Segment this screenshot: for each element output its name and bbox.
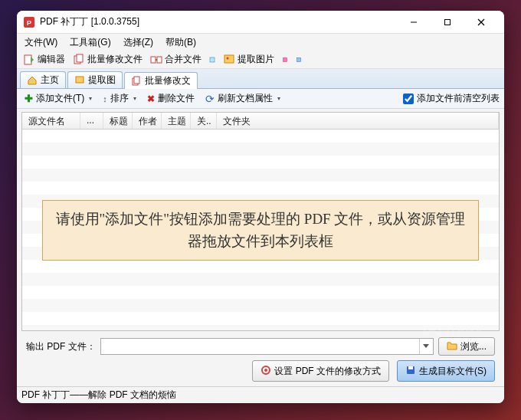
minimize-button[interactable]: [397, 11, 431, 33]
delete-files-button[interactable]: ✖ 删除文件: [144, 90, 198, 107]
svg-rect-16: [76, 77, 84, 83]
col-author[interactable]: 作者: [133, 113, 162, 129]
svg-rect-3: [445, 19, 451, 25]
settings-label: 设置 PDF 文件的修改方式: [274, 365, 381, 378]
file-listview[interactable]: 源文件名 ... 标题 作者 主题 关.. 文件夹 请使用"添加文件"按钮添加需…: [21, 112, 500, 331]
add-files-button[interactable]: ✚ 添加文件(T) ▾: [21, 90, 95, 107]
tab-home[interactable]: 主页: [20, 71, 66, 88]
svg-rect-11: [210, 57, 215, 62]
batch-icon: [73, 54, 85, 66]
app-window: P PDF 补丁丁 [1.0.0.3755] 文件(W) 工具箱(G) 选择(Z…: [17, 11, 504, 403]
status-text: PDF 补丁丁——解除 PDF 文档的烦恼: [21, 389, 176, 402]
tb-editor[interactable]: 编辑器: [20, 51, 68, 67]
svg-rect-18: [134, 77, 139, 84]
extract-img-icon: [223, 54, 235, 66]
extract-tab-icon: [74, 75, 85, 86]
tb-editor-label: 编辑器: [38, 53, 65, 66]
chevron-down-icon: ▾: [277, 95, 280, 102]
save-icon: [405, 365, 416, 378]
sort-button[interactable]: ↕ 排序 ▾: [100, 90, 139, 107]
tb-extract-img[interactable]: 提取图片: [220, 51, 277, 67]
col-filename[interactable]: 源文件名: [22, 113, 80, 129]
titlebar[interactable]: P PDF 补丁丁 [1.0.0.3755]: [17, 11, 504, 34]
tb-batch-modify[interactable]: 批量修改文件: [70, 51, 146, 67]
col-keywords[interactable]: 关..: [191, 113, 217, 129]
empty-hint: 请使用"添加文件"按钮添加需要处理的 PDF 文件，或从资源管理器拖放文件到本列…: [42, 200, 479, 261]
delete-label: 删除文件: [158, 92, 195, 105]
svg-text:P: P: [27, 19, 31, 27]
svg-point-20: [264, 369, 267, 372]
menubar: 文件(W) 工具箱(G) 选择(Z) 帮助(B): [17, 34, 504, 51]
listview-body[interactable]: 请使用"添加文件"按钮添加需要处理的 PDF 文件，或从资源管理器拖放文件到本列…: [22, 130, 499, 330]
chevron-down-icon: [423, 344, 429, 349]
x-icon: ✖: [147, 94, 155, 104]
tb-extra1[interactable]: [279, 54, 291, 66]
generate-button[interactable]: 生成目标文件(S): [397, 360, 495, 382]
tb-unknown1[interactable]: [206, 54, 218, 66]
chevron-down-icon: ▾: [133, 95, 136, 102]
refresh-label: 刷新文档属性: [218, 92, 273, 105]
listview-header: 源文件名 ... 标题 作者 主题 关.. 文件夹: [22, 113, 499, 130]
output-label: 输出 PDF 文件：: [26, 340, 96, 353]
menu-select[interactable]: 选择(Z): [119, 34, 158, 51]
window-title: PDF 补丁丁 [1.0.0.3755]: [40, 15, 397, 28]
batch-tab-icon: [131, 76, 142, 87]
home-icon: [27, 75, 38, 86]
tb-merge-label: 合并文件: [165, 53, 202, 66]
clear-list-label: 添加文件前清空列表: [417, 92, 500, 105]
clear-list-checkbox[interactable]: 添加文件前清空列表: [403, 92, 500, 105]
browse-button[interactable]: 浏览...: [438, 337, 495, 356]
tb-merge[interactable]: 合并文件: [147, 51, 205, 67]
svg-rect-6: [25, 55, 31, 64]
svg-rect-14: [283, 57, 287, 61]
refresh-icon: ⟳: [205, 93, 215, 105]
svg-rect-12: [224, 55, 234, 63]
maximize-button[interactable]: [431, 11, 464, 33]
settings-button[interactable]: 设置 PDF 文件的修改方式: [252, 360, 389, 382]
menu-file[interactable]: 文件(W): [20, 34, 62, 51]
folder-icon: [447, 341, 457, 353]
statusbar: PDF 补丁丁——解除 PDF 文档的烦恼: [17, 386, 504, 403]
plus-icon: ✚: [25, 93, 33, 104]
tab-batch-label: 批量修改文: [145, 74, 191, 87]
generate-label: 生成目标文件(S): [419, 365, 487, 378]
close-button[interactable]: [464, 11, 498, 33]
main-toolbar: 编辑器 批量修改文件 合并文件 提取图片: [17, 51, 504, 69]
content-area: 源文件名 ... 标题 作者 主题 关.. 文件夹 请使用"添加文件"按钮添加需…: [17, 109, 504, 386]
browse-label: 浏览...: [460, 340, 487, 353]
tab-extract[interactable]: 提取图: [67, 71, 123, 88]
chevron-down-icon: ▾: [89, 95, 92, 102]
svg-point-13: [227, 57, 229, 59]
col-ext[interactable]: ...: [80, 113, 103, 129]
menu-tools[interactable]: 工具箱(G): [65, 34, 115, 51]
tab-toolbar: ✚ 添加文件(T) ▾ ↕ 排序 ▾ ✖ 删除文件 ⟳ 刷新文档属性 ▾ 添加文…: [17, 89, 504, 109]
clear-list-checkbox-input[interactable]: [403, 94, 414, 104]
combo-dropdown-button[interactable]: [419, 339, 433, 354]
tab-home-label: 主页: [41, 74, 59, 87]
col-title[interactable]: 标题: [103, 113, 133, 129]
svg-rect-8: [77, 54, 83, 62]
tb-batch-label: 批量修改文件: [87, 53, 143, 66]
app-icon: P: [23, 16, 35, 28]
svg-rect-15: [297, 57, 301, 61]
tab-extract-label: 提取图: [88, 74, 116, 87]
col-folder[interactable]: 文件夹: [217, 113, 499, 129]
svg-rect-22: [408, 366, 413, 369]
bottom-area: 输出 PDF 文件： 浏览... 设置 PDF 文件的修改方式: [21, 331, 500, 386]
tb-extra2[interactable]: [293, 54, 305, 66]
output-path-combo[interactable]: [100, 338, 434, 355]
add-files-label: 添加文件(T): [36, 92, 84, 105]
tab-strip: 主页 提取图 批量修改文: [17, 69, 504, 89]
editor-icon: [23, 54, 35, 66]
sort-icon: ↕: [103, 94, 107, 103]
svg-rect-10: [157, 57, 162, 63]
gear-icon: [260, 365, 271, 378]
menu-help[interactable]: 帮助(B): [161, 34, 201, 51]
sort-label: 排序: [110, 92, 129, 105]
refresh-props-button[interactable]: ⟳ 刷新文档属性 ▾: [202, 90, 283, 107]
svg-rect-9: [151, 57, 156, 63]
tb-extract-label: 提取图片: [238, 53, 274, 66]
tab-batch[interactable]: 批量修改文: [124, 72, 198, 89]
col-subject[interactable]: 主题: [162, 113, 191, 129]
merge-icon: [150, 54, 162, 66]
